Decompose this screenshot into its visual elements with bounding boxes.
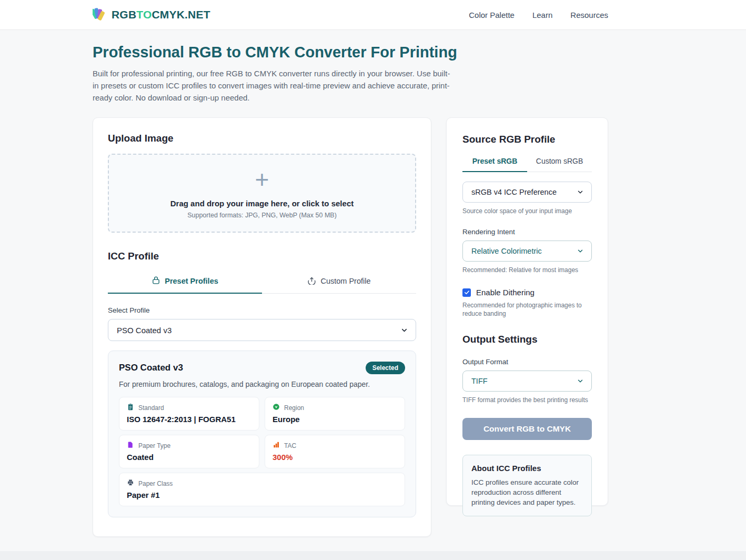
rendering-intent-value: Relative Colorimetric	[471, 247, 542, 255]
bar-chart-icon	[273, 441, 280, 450]
tab-custom-profile[interactable]: Custom Profile	[262, 269, 416, 293]
upload-heading: Upload Image	[108, 133, 416, 144]
footer-strip	[0, 551, 746, 560]
rendering-intent-select[interactable]: Relative Colorimetric	[462, 241, 592, 262]
icc-profile-heading: ICC Profile	[108, 251, 416, 262]
source-profile-select[interactable]: sRGB v4 ICC Preference	[462, 182, 592, 203]
selected-profile-card: PSO Coated v3 Selected For premium broch…	[108, 351, 416, 517]
checkbox-checked-icon[interactable]	[462, 288, 471, 297]
chevron-down-icon	[577, 188, 584, 196]
detail-region-value: Europe	[273, 415, 397, 424]
dithering-helper: Recommended for photographic images to r…	[462, 301, 592, 318]
page-title: Professional RGB to CMYK Converter For P…	[93, 44, 608, 61]
profile-name: PSO Coated v3	[119, 363, 183, 373]
selected-badge: Selected	[366, 362, 405, 374]
tab-preset-srgb[interactable]: Preset sRGB	[462, 152, 527, 172]
tab-custom-srgb-label: Custom sRGB	[536, 157, 583, 165]
icc-profile-tabs: Preset Profiles Custom Profile	[108, 269, 416, 294]
profile-detail-grid: Standard ISO 12647-2:2013 | FOGRA51 Regi…	[119, 397, 405, 506]
profile-select-value: PSO Coated v3	[117, 326, 172, 335]
detail-paper-type-value: Coated	[127, 453, 251, 462]
rendering-intent-helper: Recommended: Relative for most images	[462, 266, 592, 274]
enable-dithering-label: Enable Dithering	[476, 288, 535, 297]
clipboard-icon	[127, 403, 134, 412]
page-description: Built for professional printing, our fre…	[93, 67, 456, 104]
tab-custom-profile-label: Custom Profile	[320, 277, 370, 285]
converter-panel: Upload Image + Drag and drop your image …	[93, 117, 431, 537]
output-format-helper: TIFF format provides the best printing r…	[462, 396, 592, 404]
source-rgb-heading: Source RGB Profile	[462, 134, 592, 145]
file-icon	[127, 441, 134, 450]
source-rgb-tabs: Preset sRGB Custom sRGB	[462, 152, 592, 172]
top-navigation-bar: RGBTOCMYK.NET Color Palette Learn Resour…	[0, 0, 746, 30]
source-profile-helper: Source color space of your input image	[462, 207, 592, 215]
output-format-select[interactable]: TIFF	[462, 371, 592, 392]
logo-wordmark: RGBTOCMYK.NET	[112, 8, 210, 21]
chevron-down-icon	[400, 326, 408, 334]
detail-paper-class: Paper Class Paper #1	[119, 473, 405, 506]
detail-region: Region Europe	[265, 397, 405, 431]
output-settings-heading: Output Settings	[462, 334, 592, 345]
printer-icon	[127, 479, 134, 488]
site-logo[interactable]: RGBTOCMYK.NET	[93, 6, 210, 23]
chevron-down-icon	[577, 377, 584, 385]
lock-icon	[152, 276, 160, 286]
enable-dithering-checkbox-row[interactable]: Enable Dithering	[462, 288, 592, 297]
detail-paper-type: Paper Type Coated	[119, 435, 259, 468]
image-dropzone[interactable]: + Drag and drop your image here, or clic…	[108, 154, 416, 233]
nav-resources[interactable]: Resources	[570, 11, 608, 19]
tab-preset-profiles[interactable]: Preset Profiles	[108, 269, 262, 293]
dropzone-formats-hint: Supported formats: JPG, PNG, WebP (Max 5…	[187, 212, 337, 219]
nav-learn[interactable]: Learn	[532, 11, 552, 19]
detail-tac-value: 300%	[273, 453, 397, 462]
primary-nav: Color Palette Learn Resources	[469, 11, 608, 19]
detail-paper-class-label: Paper Class	[138, 480, 173, 487]
upload-icon	[307, 276, 316, 286]
detail-paper-class-value: Paper #1	[127, 491, 397, 499]
profile-select[interactable]: PSO Coated v3	[108, 319, 416, 341]
detail-standard: Standard ISO 12647-2:2013 | FOGRA51	[119, 397, 259, 431]
output-format-value: TIFF	[471, 377, 488, 385]
tab-preset-srgb-label: Preset sRGB	[472, 157, 518, 165]
about-icc-heading: About ICC Profiles	[471, 464, 583, 473]
dropzone-text: Drag and drop your image here, or click …	[170, 199, 354, 208]
about-icc-body: ICC profiles ensure accurate color repro…	[471, 477, 583, 507]
rendering-intent-label: Rendering Intent	[462, 228, 592, 236]
chevron-down-icon	[577, 247, 584, 255]
settings-panel: Source RGB Profile Preset sRGB Custom sR…	[446, 117, 608, 506]
tab-custom-srgb[interactable]: Custom sRGB	[527, 152, 592, 172]
globe-icon	[273, 403, 280, 412]
nav-color-palette[interactable]: Color Palette	[469, 11, 515, 19]
detail-standard-value: ISO 12647-2:2013 | FOGRA51	[127, 415, 251, 424]
convert-button[interactable]: Convert RGB to CMYK	[462, 418, 592, 440]
detail-tac-label: TAC	[284, 442, 296, 449]
tab-preset-profiles-label: Preset Profiles	[165, 277, 218, 285]
source-profile-select-value: sRGB v4 ICC Preference	[471, 188, 557, 196]
color-swatch-fan-icon	[93, 6, 107, 23]
output-format-label: Output Format	[462, 358, 592, 366]
profile-description: For premium brochures, catalogs, and pac…	[119, 380, 405, 388]
detail-region-label: Region	[284, 404, 304, 412]
detail-standard-label: Standard	[138, 404, 164, 412]
about-icc-profiles-box: About ICC Profiles ICC profiles ensure a…	[462, 455, 592, 516]
detail-tac: TAC 300%	[265, 435, 405, 468]
plus-icon: +	[255, 167, 269, 192]
select-profile-label: Select Profile	[108, 306, 416, 314]
hero-section: Professional RGB to CMYK Converter For P…	[93, 30, 608, 104]
detail-paper-type-label: Paper Type	[138, 442, 170, 449]
